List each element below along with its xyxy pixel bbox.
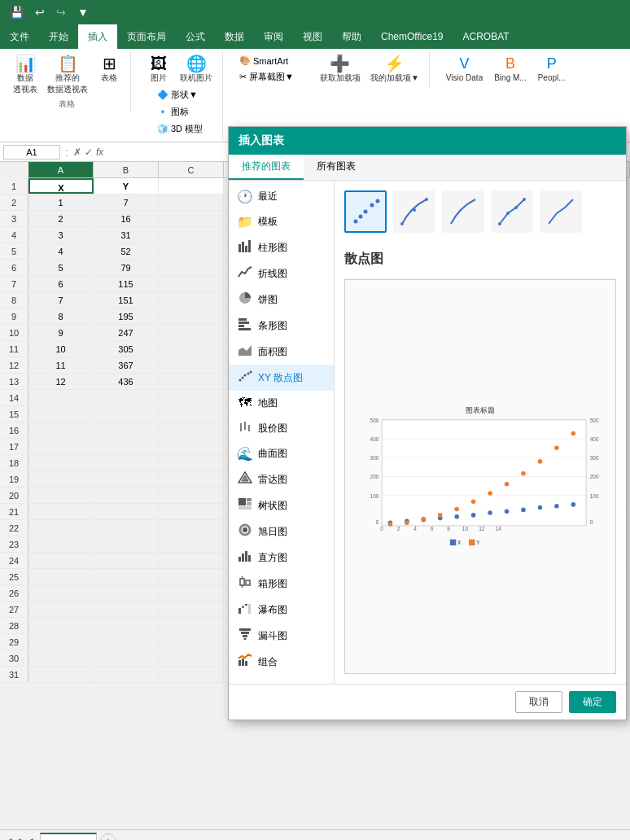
chart-type-surface[interactable]: 🌊 曲面图 [229,441,334,466]
chart-type-waterfall[interactable]: 瀑布图 [229,597,334,623]
svg-rect-41 [244,638,247,640]
svg-point-91 [422,517,427,522]
svg-point-82 [471,513,476,518]
svg-point-88 [571,502,576,507]
ok-button[interactable]: 确定 [569,691,616,713]
svg-rect-34 [238,608,241,614]
svg-text:300: 300 [590,455,599,461]
svg-text:500: 500 [590,418,599,423]
funnel-icon [237,628,253,644]
sunburst-icon [237,523,253,540]
chart-type-map[interactable]: 🗺 地图 [229,391,334,415]
insert-chart-dialog: 插入图表 推荐的图表 所有图表 🕐 最近 📁 模板 [228,126,627,720]
waterfall-icon [237,602,253,618]
svg-text:0: 0 [380,526,383,532]
svg-text:6: 6 [431,526,434,532]
svg-point-51 [413,208,416,212]
svg-rect-20 [238,498,246,505]
dialog-tab-all[interactable]: 所有图表 [304,155,369,180]
svg-point-56 [523,198,526,201]
cancel-button[interactable]: 取消 [515,691,562,713]
svg-text:X: X [457,540,462,545]
svg-point-50 [400,222,404,225]
svg-point-48 [370,203,374,208]
svg-rect-40 [243,635,247,637]
svg-rect-6 [238,322,249,324]
svg-point-14 [250,371,252,374]
svg-rect-44 [245,661,247,666]
svg-text:100: 100 [590,493,599,499]
svg-point-92 [438,513,443,518]
scatter-preview-chart: 图表标题 500 400 300 200 100 [352,287,609,667]
dialog-title: 插入图表 [238,133,284,147]
chart-type-sunburst[interactable]: 旭日图 [229,518,334,545]
svg-rect-28 [245,551,247,562]
svg-rect-39 [241,632,249,634]
chart-type-title: 散点图 [344,251,616,268]
histogram-icon [237,549,253,566]
scatter-subtype-smooth-only[interactable] [442,190,484,233]
chart-type-area[interactable]: 面积图 [229,339,334,365]
svg-rect-36 [245,604,247,606]
chart-type-scatter[interactable]: XY 散点图 [229,365,334,391]
chart-subtypes [344,190,616,233]
chart-type-histogram[interactable]: 直方图 [229,545,334,571]
chart-type-combo[interactable]: 组合 [229,649,334,675]
chart-type-line[interactable]: 折线图 [229,260,334,287]
svg-point-83 [488,510,492,515]
svg-point-12 [244,374,247,377]
svg-text:200: 200 [370,474,379,479]
svg-rect-21 [247,498,252,501]
svg-text:12: 12 [479,526,485,532]
tree-icon [237,497,253,514]
svg-point-97 [521,471,526,476]
svg-text:Y: Y [476,540,480,545]
dialog-header: 插入图表 [229,127,626,155]
svg-text:14: 14 [496,526,502,532]
svg-text:400: 400 [590,436,599,442]
svg-point-11 [242,377,244,379]
chart-type-pie[interactable]: 饼图 [229,287,334,313]
scatter-subtype-straight-markers[interactable] [491,190,533,233]
map-icon: 🗺 [237,396,253,410]
svg-rect-27 [242,553,244,562]
svg-rect-0 [238,244,241,252]
column-icon [237,239,253,256]
svg-point-90 [405,520,409,525]
svg-text:0: 0 [376,519,379,525]
chart-type-hbar[interactable]: 条形图 [229,313,334,339]
box-icon [237,575,253,592]
svg-rect-22 [247,502,252,505]
chart-type-template[interactable]: 📁 模板 [229,209,334,234]
svg-point-96 [505,482,510,487]
dialog-footer: 取消 确定 [229,684,626,720]
svg-rect-103 [469,540,475,545]
chart-type-tree[interactable]: 树状图 [229,492,334,518]
chart-type-column[interactable]: 柱形图 [229,234,334,260]
chart-type-radar[interactable]: 雷达图 [229,466,334,492]
scatter-subtype-smooth-lines[interactable] [393,190,435,233]
dialog-body: 🕐 最近 📁 模板 柱形图 折线图 [229,181,626,684]
dialog-overlay: 插入图表 推荐的图表 所有图表 🕐 最近 📁 模板 [0,0,630,840]
chart-type-box[interactable]: 箱形图 [229,571,334,597]
template-icon: 📁 [237,214,253,230]
svg-text:图表标题: 图表标题 [466,406,495,414]
dialog-tabs: 推荐的图表 所有图表 [229,155,626,181]
chart-type-funnel[interactable]: 漏斗图 [229,623,334,649]
svg-text:500: 500 [370,418,379,423]
svg-rect-26 [238,557,241,562]
svg-point-84 [505,509,510,514]
recent-icon: 🕐 [237,189,253,204]
svg-rect-29 [248,555,251,562]
svg-text:4: 4 [413,526,417,532]
chart-type-recent[interactable]: 🕐 最近 [229,184,334,209]
svg-point-10 [239,379,242,382]
svg-point-49 [376,199,380,203]
scatter-subtype-straight-only[interactable] [540,190,582,233]
chart-type-stock[interactable]: 股价图 [229,415,334,441]
scatter-subtype-markers[interactable] [344,190,387,233]
dialog-tab-recommended[interactable]: 推荐的图表 [229,155,304,180]
scatter-icon [237,370,253,386]
stock-icon [237,420,253,436]
svg-point-55 [514,206,518,209]
